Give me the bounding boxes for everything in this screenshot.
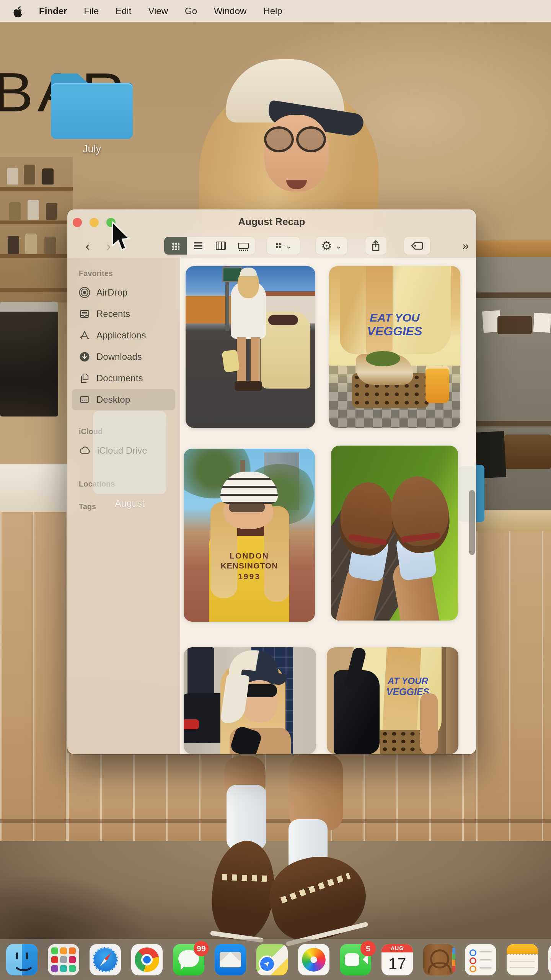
sidebar-item-recents[interactable]: Recents: [72, 303, 175, 325]
chevron-down-icon: ⌄: [285, 241, 292, 250]
sidebar-item-downloads[interactable]: Downloads: [72, 346, 175, 368]
wallpaper-tiles-center: [67, 753, 476, 841]
window-sidebar: Favorites AirDrop Recents Applications D…: [67, 258, 180, 754]
facetime-badge: 5: [360, 941, 376, 956]
gear-icon: ⚙: [321, 240, 332, 252]
messages-badge: 99: [194, 941, 209, 956]
notes-header: [507, 944, 538, 954]
photo-thumbnail-4[interactable]: [331, 446, 458, 621]
contacts-shoulders-icon: [428, 962, 452, 973]
photo-thumbnail-1[interactable]: [186, 266, 315, 428]
menu-item-finder[interactable]: Finder: [39, 6, 67, 16]
dock-facetime-icon[interactable]: 5: [340, 944, 371, 975]
chevron-down-icon: ⌄: [336, 241, 342, 250]
dock-safari-icon[interactable]: [90, 944, 121, 975]
columns-view-icon: [216, 242, 226, 250]
group-by-button[interactable]: ⌄: [267, 237, 300, 255]
folder-label: July: [51, 143, 133, 155]
minimize-button[interactable]: [90, 218, 99, 227]
view-gallery-button[interactable]: [232, 237, 255, 255]
applications-icon: [79, 330, 90, 341]
gallery-view-icon: [238, 243, 249, 249]
photo-thumbnail-5[interactable]: [184, 647, 316, 754]
mouse-cursor: [110, 221, 132, 253]
dock-reminders-icon[interactable]: [465, 944, 496, 975]
menu-item-edit[interactable]: Edit: [116, 6, 131, 16]
tags-button[interactable]: [404, 237, 430, 255]
vertical-scrollbar[interactable]: [469, 490, 475, 555]
grid-view-icon: [171, 242, 179, 250]
share-icon: [371, 240, 381, 252]
view-icons-button[interactable]: [164, 237, 187, 255]
menu-item-window[interactable]: Window: [214, 6, 246, 16]
sidebar-item-desktop[interactable]: Desktop: [72, 389, 175, 410]
view-list-button[interactable]: [187, 237, 209, 255]
photo6-arm: [420, 693, 438, 754]
wallpaper-shelf: [0, 157, 73, 302]
menu-item-help[interactable]: Help: [263, 6, 282, 16]
wallpaper-glasses: [264, 126, 329, 149]
back-button[interactable]: ‹: [77, 237, 98, 255]
dock-launchpad-icon[interactable]: [48, 944, 79, 975]
photo3-shirt-line2: KENSINGTON: [184, 561, 315, 570]
contacts-tabs: [452, 948, 455, 972]
photo2-shirt-line2: VEGGIES: [329, 324, 460, 338]
sidebar-divider: [180, 258, 180, 754]
wallpaper-case-label: [533, 313, 551, 333]
drag-ghost-folder: [93, 411, 166, 494]
sidebar-item-label: Desktop: [96, 394, 130, 405]
wallpaper-case-top: [472, 240, 551, 257]
photo1-figure-cap: [240, 268, 257, 276]
folder-body: [51, 83, 133, 139]
photo-thumbnail-2[interactable]: EAT YOU VEGGIES: [329, 266, 460, 428]
dock-messages-icon[interactable]: 99: [173, 944, 204, 975]
share-button[interactable]: [365, 237, 386, 255]
dock-finder-icon[interactable]: [6, 944, 37, 975]
photo3-shirt-line1: LONDON: [184, 551, 315, 560]
finder-eye: [16, 952, 18, 959]
downloads-icon: [79, 351, 90, 363]
close-button[interactable]: [73, 218, 82, 227]
photo2-greens: [366, 351, 400, 366]
group-icon: [275, 242, 282, 249]
dock-contacts-icon[interactable]: [423, 944, 455, 975]
airdrop-icon: [79, 287, 90, 298]
wallpaper-wall-groove: [0, 819, 551, 823]
photo-thumbnail-6[interactable]: AT YOUR VEGGIES: [327, 647, 458, 754]
chrome-hub: [141, 954, 153, 965]
sidebar-item-applications[interactable]: Applications: [72, 325, 175, 346]
drag-ghost-label: August: [93, 498, 166, 509]
menu-item-file[interactable]: File: [84, 6, 99, 16]
dock-photos-icon[interactable]: [298, 944, 329, 975]
finder-eye: [26, 952, 28, 959]
apple-menu[interactable]: [12, 5, 22, 17]
wallpaper-espresso-machine: [0, 302, 58, 416]
sidebar-item-label: Downloads: [96, 351, 142, 362]
photo3-sunglasses: [229, 502, 265, 512]
photo1-bag: [222, 349, 240, 372]
photos-pinwheel-icon: [302, 948, 326, 972]
dock-notes-icon[interactable]: [507, 944, 538, 975]
dock: 99 5 AUG 17: [0, 939, 551, 980]
dock-partial-app-icon[interactable]: [548, 944, 551, 975]
dock-chrome-icon[interactable]: [131, 944, 163, 975]
menu-item-go[interactable]: Go: [185, 6, 197, 16]
dock-mail-icon[interactable]: [215, 944, 246, 975]
photo-thumbnail-3[interactable]: LONDON KENSINGTON 1993: [184, 449, 315, 622]
view-columns-button[interactable]: [209, 237, 232, 255]
action-menu-button[interactable]: ⚙ ⌄: [316, 237, 347, 255]
maps-navigation-icon: [259, 956, 276, 972]
photo2-shirt-line1: EAT YOU: [329, 311, 460, 324]
desktop-folder-july[interactable]: July: [51, 74, 133, 158]
dock-calendar-icon[interactable]: AUG 17: [381, 944, 413, 975]
more-toolbar-button[interactable]: »: [454, 237, 476, 255]
sidebar-item-documents[interactable]: Documents: [72, 368, 175, 389]
menu-item-view[interactable]: View: [148, 6, 168, 16]
dock-maps-icon[interactable]: [256, 944, 288, 975]
photo2-drink: [425, 366, 449, 403]
desktop-screen: BAR July: [0, 0, 551, 980]
wallpaper-cake: [504, 434, 551, 469]
sidebar-item-airdrop[interactable]: AirDrop: [72, 282, 175, 303]
wallpaper-left-sock: [227, 785, 266, 850]
wallpaper-cake: [497, 316, 532, 334]
